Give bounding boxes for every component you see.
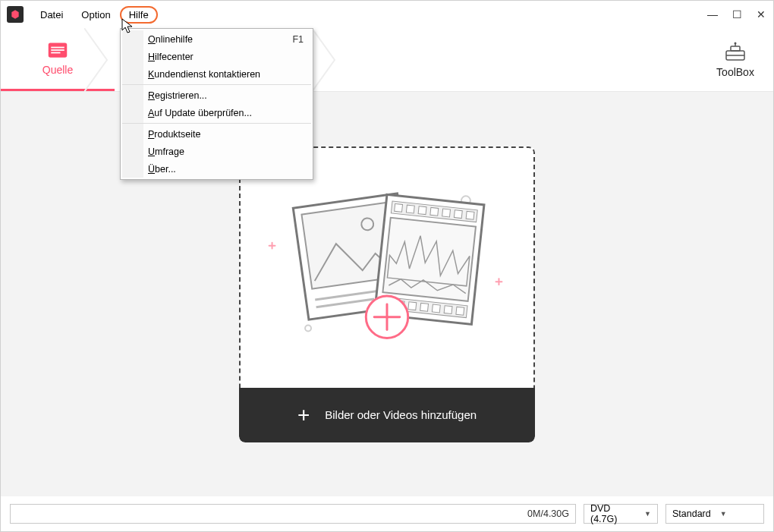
- svg-rect-2: [51, 49, 64, 51]
- toolbox-icon: [724, 42, 747, 61]
- svg-rect-33: [420, 303, 429, 311]
- help-menu-dropdown: Onlinehilfe Onlinehilfe F1 Hilfecenter K…: [120, 28, 313, 180]
- menu-contact-support[interactable]: Kundendienst kontaktieren: [143, 65, 311, 83]
- add-media-button[interactable]: + Bilder oder Videos hinzufügen: [239, 388, 535, 442]
- svg-rect-32: [408, 301, 417, 310]
- svg-rect-1: [51, 47, 64, 49]
- svg-rect-24: [406, 205, 414, 213]
- svg-rect-23: [395, 203, 403, 212]
- capacity-indicator: 0M/4.30G: [10, 504, 576, 524]
- menu-help-center[interactable]: Hilfecenter: [143, 48, 311, 65]
- menu-separator: [122, 84, 311, 85]
- step-chevron-icon: [312, 28, 342, 92]
- svg-rect-29: [466, 211, 474, 219]
- svg-rect-36: [456, 307, 464, 315]
- svg-point-8: [735, 42, 737, 44]
- svg-rect-27: [442, 209, 451, 217]
- menu-survey[interactable]: Umfrage: [143, 143, 311, 160]
- shortcut-label: F1: [292, 34, 304, 45]
- svg-rect-25: [418, 206, 426, 214]
- menu-about[interactable]: Über...: [143, 160, 311, 178]
- menu-product-page[interactable]: Produktseite: [143, 125, 311, 143]
- toolbox-button[interactable]: ToolBox: [697, 28, 773, 91]
- menu-online-help[interactable]: Onlinehilfe Onlinehilfe F1: [143, 30, 311, 48]
- toolbox-label: ToolBox: [716, 66, 754, 78]
- step-source-label: Quelle: [42, 64, 73, 76]
- chevron-down-icon: ▼: [720, 510, 727, 518]
- minimize-button[interactable]: —: [706, 8, 719, 20]
- plus-icon: +: [297, 403, 310, 427]
- svg-rect-34: [432, 304, 440, 313]
- close-button[interactable]: ✕: [755, 8, 767, 20]
- menu-separator: [122, 123, 311, 124]
- svg-rect-35: [444, 305, 452, 313]
- svg-rect-3: [51, 52, 60, 54]
- menu-register[interactable]: Registrieren...: [143, 87, 311, 104]
- dropzone[interactable]: + Bilder oder Videos hinzufügen: [239, 146, 535, 442]
- dropzone-illustration: [241, 148, 533, 387]
- svg-rect-37: [382, 217, 476, 301]
- menu-help[interactable]: Hilfe: [120, 6, 158, 24]
- svg-rect-28: [454, 209, 462, 218]
- menu-option[interactable]: Option: [72, 6, 119, 24]
- menu-file[interactable]: Datei: [31, 6, 72, 24]
- disc-type-select[interactable]: DVD (4.7G) ▼: [584, 504, 658, 524]
- quality-value: Standard: [672, 508, 711, 519]
- chevron-down-icon: ▼: [644, 510, 651, 518]
- add-media-label: Bilder oder Videos hinzufügen: [325, 408, 477, 421]
- source-icon: [47, 41, 68, 59]
- quality-select[interactable]: Standard ▼: [665, 504, 764, 524]
- app-icon: [7, 6, 24, 23]
- menubar: Datei Option Hilfe: [31, 1, 158, 28]
- svg-rect-26: [430, 207, 439, 216]
- svg-point-14: [305, 325, 311, 331]
- svg-rect-5: [731, 46, 740, 51]
- menu-check-update[interactable]: Auf Update überprüfen...: [143, 104, 311, 121]
- maximize-button[interactable]: ☐: [731, 8, 743, 20]
- capacity-text: 0M/4.30G: [527, 508, 569, 519]
- disc-type-value: DVD (4.7G): [590, 503, 635, 524]
- step-chevron-icon: [84, 28, 115, 92]
